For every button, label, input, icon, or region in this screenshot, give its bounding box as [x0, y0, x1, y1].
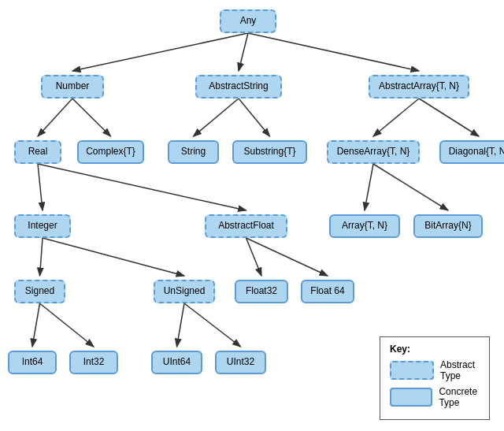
- svg-line-15: [43, 238, 184, 276]
- node-densearray: DenseArray{T, N}: [327, 140, 420, 164]
- svg-line-3: [248, 33, 419, 71]
- svg-line-5: [72, 98, 111, 136]
- node-uint64: UInt64: [151, 351, 202, 374]
- node-real: Real: [14, 140, 61, 164]
- node-integer: Integer: [14, 214, 71, 238]
- node-bitarrayn: BitArray{N}: [413, 214, 483, 238]
- svg-line-6: [194, 98, 239, 136]
- svg-line-18: [32, 303, 40, 347]
- node-int64: Int64: [8, 351, 57, 374]
- svg-line-2: [239, 33, 248, 71]
- svg-line-11: [38, 164, 246, 210]
- diagram: AnyNumberAbstractStringAbstractArray{T, …: [0, 0, 504, 431]
- svg-line-4: [38, 98, 72, 136]
- node-any: Any: [220, 9, 276, 33]
- svg-line-10: [38, 164, 43, 210]
- legend-abstract-item: Abstract Type: [390, 359, 480, 381]
- svg-line-20: [177, 303, 185, 347]
- node-abstractfloat: AbstractFloat: [205, 214, 287, 238]
- legend-abstract-swatch: [390, 361, 434, 380]
- svg-line-8: [373, 98, 419, 136]
- legend-concrete-item: Concrete Type: [390, 386, 480, 408]
- legend-box: Key:Abstract TypeConcrete Type: [380, 336, 490, 420]
- legend-concrete-label: Concrete Type: [439, 386, 480, 408]
- svg-line-9: [419, 98, 479, 136]
- svg-line-13: [373, 164, 448, 210]
- node-substringt: Substring{T}: [232, 140, 307, 164]
- svg-line-17: [246, 238, 328, 276]
- legend-concrete-swatch: [390, 388, 432, 407]
- legend-abstract-label: Abstract Type: [440, 359, 480, 381]
- node-complext: Complex{T}: [77, 140, 144, 164]
- svg-line-16: [246, 238, 262, 276]
- node-unsigned: UnSigned: [154, 280, 215, 303]
- svg-line-7: [239, 98, 270, 136]
- node-number: Number: [41, 75, 104, 98]
- node-diagonaltn: Diagonal{T, N}: [439, 140, 504, 164]
- node-arraytn: Array{T, N}: [329, 214, 400, 238]
- svg-line-12: [365, 164, 373, 210]
- node-abstractarray: AbstractArray{T, N}: [369, 75, 469, 98]
- node-abstractstring: AbstractString: [195, 75, 282, 98]
- svg-line-1: [72, 33, 248, 71]
- node-signed: Signed: [14, 280, 65, 303]
- node-float32: Float32: [235, 280, 288, 303]
- node-int32: Int32: [69, 351, 118, 374]
- svg-line-21: [184, 303, 241, 347]
- svg-line-19: [40, 303, 94, 347]
- node-float64: Float 64: [301, 280, 354, 303]
- node-uint32: UInt32: [215, 351, 266, 374]
- legend-title: Key:: [390, 344, 480, 355]
- svg-line-14: [40, 238, 43, 276]
- node-string: String: [168, 140, 219, 164]
